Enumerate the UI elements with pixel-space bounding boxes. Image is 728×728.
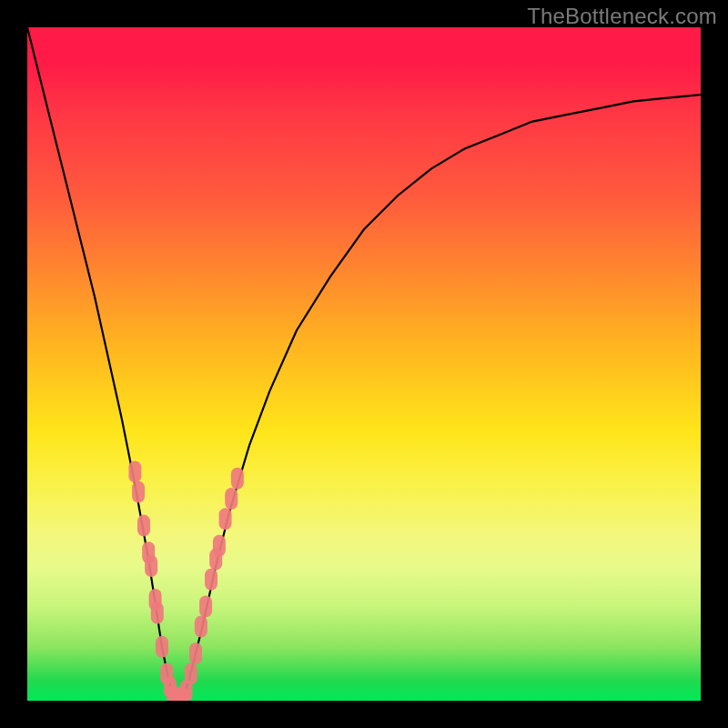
watermark-text: TheBottleneck.com	[527, 4, 717, 29]
curve-marker	[225, 488, 238, 510]
curve-marker	[185, 662, 197, 684]
curve-marker	[213, 535, 226, 557]
curve-marker	[219, 508, 232, 530]
marker-group	[128, 460, 243, 701]
curve-marker	[137, 515, 150, 537]
bottleneck-curve-svg	[27, 27, 701, 701]
chart-frame: TheBottleneck.com	[0, 0, 728, 728]
curve-marker	[132, 481, 145, 503]
bottleneck-curve-path	[27, 27, 701, 701]
curve-marker	[156, 636, 168, 658]
plot-gradient-area	[27, 27, 701, 701]
curve-marker	[205, 569, 217, 591]
curve-marker	[189, 642, 202, 664]
curve-marker	[128, 460, 141, 482]
curve-marker	[231, 468, 244, 490]
curve-marker	[195, 616, 207, 638]
curve-marker	[199, 595, 212, 617]
curve-marker	[145, 555, 157, 577]
curve-marker	[151, 602, 164, 624]
